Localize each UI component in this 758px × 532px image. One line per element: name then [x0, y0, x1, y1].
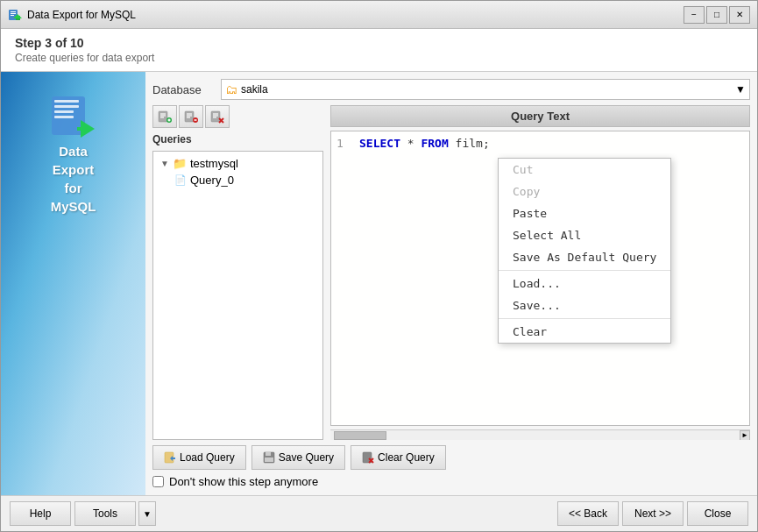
left-panel-text: Data Export for MySQL — [51, 142, 96, 216]
title-bar-buttons: − □ ✕ — [684, 6, 750, 24]
database-row: Database 🗂 sakila ▼ — [152, 79, 750, 100]
step-subtitle: Create queries for data export — [15, 52, 743, 64]
minimize-button[interactable]: − — [684, 6, 705, 24]
load-query-button[interactable]: Load Query — [152, 445, 246, 470]
dont-show-label[interactable]: Don't show this step anymore — [169, 475, 318, 488]
ctx-copy[interactable]: Copy — [499, 181, 670, 202]
tree-item-label: Query_0 — [190, 174, 234, 187]
remove-query-button[interactable] — [179, 105, 203, 128]
svg-rect-3 — [11, 15, 14, 16]
database-label: Database — [152, 83, 214, 96]
expand-icon: ▼ — [160, 159, 169, 168]
line-code: SELECT * FROM film; — [359, 137, 490, 150]
tree-item-testmysql[interactable]: ▼ 📁 testmysql — [157, 155, 319, 172]
ctx-cut[interactable]: Cut — [499, 159, 670, 181]
right-panel: Database 🗂 sakila ▼ — [145, 72, 757, 495]
left-panel-icon — [47, 89, 100, 142]
query-icon: 📄 — [174, 174, 187, 186]
title-bar-left: Data Export for MySQL — [8, 8, 136, 22]
load-icon — [164, 451, 176, 464]
save-icon — [263, 451, 275, 464]
title-bar-text: Data Export for MySQL — [27, 9, 136, 21]
database-icon: 🗂 — [225, 82, 237, 96]
checkbox-row: Don't show this step anymore — [152, 475, 750, 488]
line-number: 1 — [336, 137, 351, 150]
svg-rect-36 — [265, 458, 273, 462]
app-icon — [8, 8, 22, 22]
middle-area: Queries ▼ 📁 testmysql 📄 Query_0 — [152, 105, 750, 440]
svg-rect-13 — [159, 111, 167, 122]
tools-button[interactable]: Tools — [74, 501, 136, 526]
add-query-button[interactable] — [152, 105, 177, 128]
dropdown-arrow-icon: ▼ — [735, 83, 746, 96]
close-button[interactable]: ✕ — [729, 6, 750, 24]
add-icon — [158, 110, 172, 124]
editor-line-1: 1 SELECT * FROM film; — [336, 137, 744, 150]
footer-right: << Back Next >> Close — [557, 501, 748, 526]
svg-rect-12 — [77, 127, 88, 131]
queries-label: Queries — [152, 131, 323, 147]
main-content: Data Export for MySQL Database 🗂 sakila … — [1, 72, 757, 495]
main-window: Data Export for MySQL − □ ✕ Step 3 of 10… — [0, 0, 758, 532]
ctx-load[interactable]: Load... — [499, 273, 670, 294]
query-action-buttons: Load Query Save Query — [152, 445, 750, 470]
context-menu: Cut Copy Paste Select All Save As Defaul… — [498, 158, 671, 344]
svg-rect-10 — [54, 116, 74, 118]
step-header: Step 3 of 10 Create queries for data exp… — [1, 29, 757, 72]
query-text-label: Query Text — [330, 105, 750, 127]
svg-rect-35 — [266, 452, 271, 456]
scrollbar-thumb[interactable] — [334, 431, 386, 440]
ctx-clear[interactable]: Clear — [499, 321, 670, 343]
database-value: sakila — [241, 83, 268, 96]
tree-item-query0[interactable]: 📄 Query_0 — [157, 172, 319, 188]
clear-icon — [210, 110, 224, 124]
save-query-button[interactable]: Save Query — [251, 445, 345, 470]
footer: Help Tools ▼ << Back Next >> Close — [1, 495, 757, 531]
dont-show-checkbox[interactable] — [152, 476, 164, 487]
svg-rect-9 — [54, 110, 74, 113]
clear-query-icon — [362, 451, 374, 464]
back-button[interactable]: << Back — [557, 501, 619, 526]
svg-rect-7 — [54, 100, 79, 103]
clear-queries-button[interactable] — [205, 105, 230, 128]
help-button[interactable]: Help — [10, 501, 71, 526]
maximize-button[interactable]: □ — [706, 6, 727, 24]
ctx-separator-2 — [499, 318, 670, 319]
footer-left: Help Tools ▼ — [10, 501, 156, 526]
svg-rect-20 — [185, 111, 194, 122]
horizontal-scrollbar[interactable]: ► — [330, 429, 750, 440]
svg-rect-1 — [11, 11, 16, 12]
scroll-right-button[interactable]: ► — [740, 430, 750, 441]
query-tree: ▼ 📁 testmysql 📄 Query_0 — [152, 151, 323, 440]
database-select[interactable]: 🗂 sakila ▼ — [221, 79, 750, 100]
ctx-save-default[interactable]: Save As Default Query — [499, 246, 670, 268]
toolbar — [152, 105, 323, 128]
tools-dropdown-button[interactable]: ▼ — [138, 501, 156, 526]
ctx-save[interactable]: Save... — [499, 294, 670, 316]
tree-item-label: testmysql — [190, 157, 238, 170]
title-bar: Data Export for MySQL − □ ✕ — [1, 1, 757, 29]
folder-icon: 📁 — [173, 157, 187, 170]
query-editor[interactable]: 1 SELECT * FROM film; Cut Copy Paste Sel… — [330, 131, 750, 426]
svg-rect-8 — [54, 105, 79, 108]
ctx-paste[interactable]: Paste — [499, 202, 670, 224]
next-button[interactable]: Next >> — [622, 501, 684, 526]
left-panel: Data Export for MySQL — [1, 72, 145, 495]
svg-rect-26 — [211, 111, 220, 122]
close-footer-button[interactable]: Close — [687, 501, 748, 526]
svg-rect-2 — [11, 13, 16, 14]
clear-query-button[interactable]: Clear Query — [351, 445, 446, 470]
ctx-select-all[interactable]: Select All — [499, 224, 670, 246]
query-list-panel: Queries ▼ 📁 testmysql 📄 Query_0 — [152, 105, 323, 440]
remove-icon — [184, 110, 198, 124]
step-title: Step 3 of 10 — [15, 36, 743, 50]
query-editor-panel: Query Text 1 SELECT * FROM film; Cut Cop… — [330, 105, 750, 440]
ctx-separator-1 — [499, 270, 670, 271]
